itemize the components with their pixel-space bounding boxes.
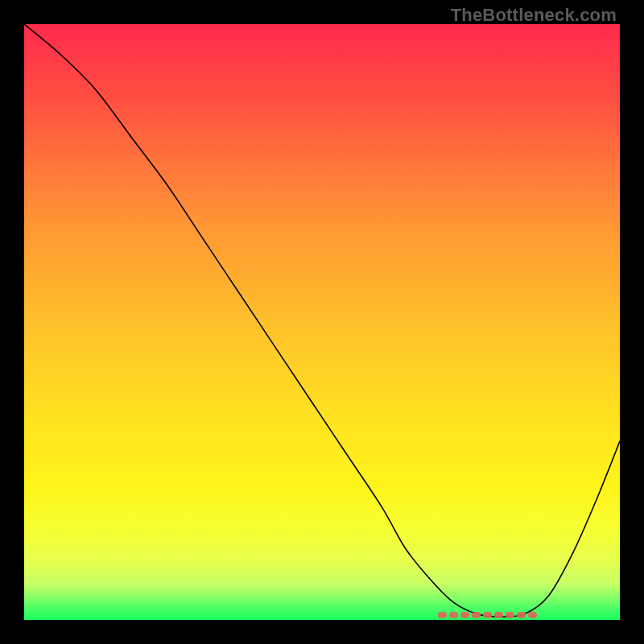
curve-svg [24,24,620,620]
chart-frame: TheBottleneck.com [0,0,644,644]
watermark-text: TheBottleneck.com [451,5,617,26]
plot-area [24,24,620,620]
bottleneck-curve [24,24,620,617]
